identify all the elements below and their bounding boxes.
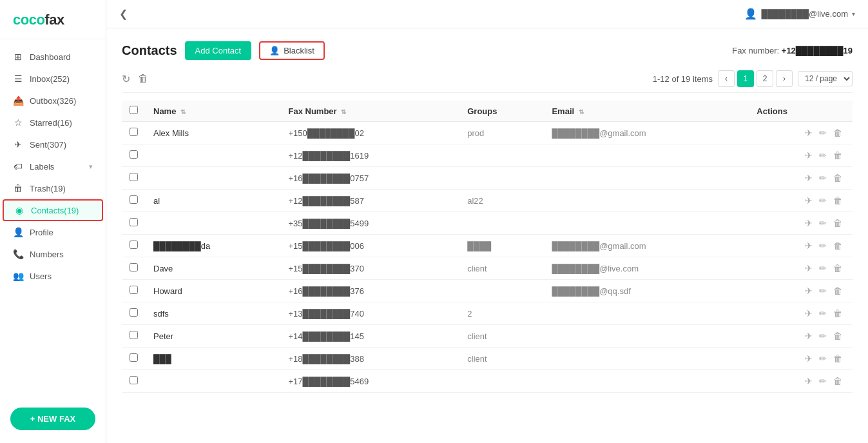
row-email: [544, 190, 749, 212]
send-fax-action-button[interactable]: ✈: [805, 195, 813, 206]
delete-contact-action-button[interactable]: 🗑: [833, 353, 842, 364]
sidebar-item-label: Dashboard: [30, 52, 93, 62]
row-checkbox[interactable]: [130, 263, 138, 271]
row-checkbox[interactable]: [130, 286, 138, 294]
page-size-select[interactable]: 12 / page 24 / page 48 / page: [798, 71, 853, 86]
send-fax-action-button[interactable]: ✈: [805, 128, 813, 138]
edit-contact-action-button[interactable]: ✏: [819, 331, 827, 341]
fax-sort-icon[interactable]: ⇅: [341, 108, 346, 115]
edit-contact-action-button[interactable]: ✏: [819, 173, 827, 183]
sidebar-item-starred[interactable]: ☆ Starred(16): [0, 112, 106, 133]
delete-contact-action-button[interactable]: 🗑: [833, 173, 842, 183]
sidebar-item-labels[interactable]: 🏷 Labels ▾: [0, 155, 106, 177]
toolbar-left: ↻ 🗑: [122, 73, 148, 85]
row-email: ████████@gmail.com: [544, 122, 749, 144]
edit-contact-action-button[interactable]: ✏: [819, 308, 827, 319]
delete-contact-action-button[interactable]: 🗑: [833, 263, 842, 273]
blacklist-button[interactable]: 👤 Blacklist: [259, 41, 325, 60]
delete-contact-action-button[interactable]: 🗑: [833, 308, 842, 319]
delete-contact-action-button[interactable]: 🗑: [833, 128, 842, 138]
sidebar-item-profile[interactable]: 👤 Profile: [0, 221, 106, 243]
row-group: [459, 212, 544, 235]
edit-contact-action-button[interactable]: ✏: [819, 218, 827, 228]
collapse-sidebar-button[interactable]: ❮: [119, 8, 128, 20]
delete-contact-action-button[interactable]: 🗑: [833, 150, 842, 161]
edit-contact-action-button[interactable]: ✏: [819, 353, 827, 364]
sidebar-item-numbers[interactable]: 📞 Numbers: [0, 243, 106, 265]
send-fax-action-button[interactable]: ✈: [805, 331, 813, 341]
sidebar-item-contacts[interactable]: ◉ Contacts(19): [3, 199, 103, 221]
new-fax-button[interactable]: + NEW FAX: [10, 408, 95, 430]
next-page-button[interactable]: ›: [776, 70, 793, 87]
delete-selected-button[interactable]: 🗑: [138, 73, 148, 84]
send-fax-action-button[interactable]: ✈: [805, 173, 813, 183]
page-2-button[interactable]: 2: [757, 70, 773, 87]
table-row: ███ +18████████388 client ✈ ✏ 🗑: [122, 348, 853, 370]
row-checkbox[interactable]: [130, 376, 138, 384]
delete-contact-action-button[interactable]: 🗑: [833, 286, 842, 296]
delete-contact-action-button[interactable]: 🗑: [833, 218, 842, 228]
page-1-button[interactable]: 1: [737, 70, 754, 87]
row-fax: +18████████388: [281, 348, 460, 370]
email-sort-icon[interactable]: ⇅: [579, 108, 584, 115]
row-checkbox[interactable]: [130, 241, 138, 249]
table-row: +35████████5499 ✈ ✏ 🗑: [122, 212, 853, 235]
row-checkbox[interactable]: [130, 218, 138, 226]
sidebar-item-dashboard[interactable]: ⊞ Dashboard: [0, 46, 106, 68]
row-checkbox[interactable]: [130, 150, 138, 159]
numbers-icon: 📞: [13, 249, 23, 259]
row-fax: +15████████370: [281, 257, 460, 280]
edit-contact-action-button[interactable]: ✏: [819, 195, 827, 206]
user-menu-dropdown-icon[interactable]: ▾: [852, 10, 855, 17]
delete-contact-action-button[interactable]: 🗑: [833, 331, 842, 341]
select-all-checkbox[interactable]: [130, 106, 138, 114]
send-fax-action-button[interactable]: ✈: [805, 286, 813, 296]
edit-contact-action-button[interactable]: ✏: [819, 263, 827, 273]
row-fax: +16████████0757: [281, 167, 460, 190]
groups-column-header: Groups: [459, 101, 544, 122]
page-content: Contacts Add Contact 👤 Blacklist Fax num…: [106, 28, 868, 443]
send-fax-action-button[interactable]: ✈: [805, 308, 813, 319]
refresh-button[interactable]: ↻: [122, 73, 130, 85]
row-name: Alex Mills: [146, 122, 281, 144]
send-fax-action-button[interactable]: ✈: [805, 376, 813, 386]
sidebar-item-inbox[interactable]: ☰ Inbox(252): [0, 68, 106, 90]
prev-page-button[interactable]: ‹: [718, 70, 735, 87]
send-fax-action-button[interactable]: ✈: [805, 218, 813, 228]
row-name: [146, 144, 281, 167]
row-checkbox[interactable]: [130, 308, 138, 317]
actions-column-header: Actions: [749, 101, 853, 122]
sidebar-item-outbox[interactable]: 📤 Outbox(326): [0, 90, 106, 112]
add-contact-button[interactable]: Add Contact: [185, 41, 252, 60]
row-email: [544, 212, 749, 235]
send-fax-action-button[interactable]: ✈: [805, 353, 813, 364]
sidebar-item-sent[interactable]: ✈ Sent(307): [0, 133, 106, 155]
sidebar-item-users[interactable]: 👥 Users: [0, 265, 106, 287]
row-group: client: [459, 348, 544, 370]
sent-icon: ✈: [13, 139, 23, 150]
delete-contact-action-button[interactable]: 🗑: [833, 195, 842, 206]
row-fax: +15████████006: [281, 235, 460, 257]
row-fax: +14████████145: [281, 325, 460, 348]
chevron-down-icon: ▾: [89, 162, 93, 171]
row-checkbox[interactable]: [130, 195, 138, 204]
send-fax-action-button[interactable]: ✈: [805, 241, 813, 251]
edit-contact-action-button[interactable]: ✏: [819, 128, 827, 138]
edit-contact-action-button[interactable]: ✏: [819, 150, 827, 161]
delete-contact-action-button[interactable]: 🗑: [833, 241, 842, 251]
send-fax-action-button[interactable]: ✈: [805, 150, 813, 161]
row-checkbox-cell: [122, 257, 146, 280]
name-sort-icon[interactable]: ⇅: [180, 108, 186, 115]
edit-contact-action-button[interactable]: ✏: [819, 286, 827, 296]
row-checkbox[interactable]: [130, 331, 138, 339]
sidebar-item-trash[interactable]: 🗑 Trash(19): [0, 177, 106, 199]
row-checkbox[interactable]: [130, 353, 138, 362]
row-checkbox[interactable]: [130, 128, 138, 136]
edit-contact-action-button[interactable]: ✏: [819, 241, 827, 251]
row-checkbox[interactable]: [130, 173, 138, 181]
send-fax-action-button[interactable]: ✈: [805, 263, 813, 273]
row-name: sdfs: [146, 302, 281, 325]
delete-contact-action-button[interactable]: 🗑: [833, 376, 842, 386]
row-name: al: [146, 190, 281, 212]
edit-contact-action-button[interactable]: ✏: [819, 376, 827, 386]
